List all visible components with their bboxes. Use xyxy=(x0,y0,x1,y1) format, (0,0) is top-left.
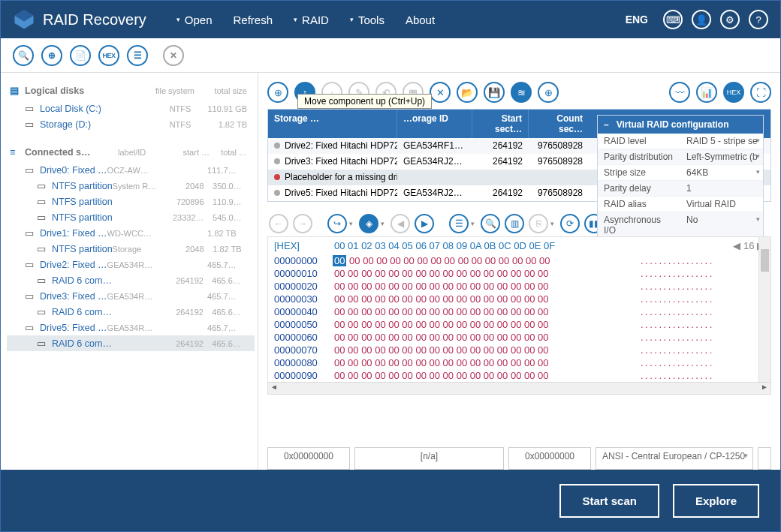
partition-icon: ▭ xyxy=(37,275,52,286)
tooltip: Move component up (Ctrl+Up) xyxy=(297,94,432,109)
drive-row[interactable]: ▭Drive2: Fixed …GEA534R…465.7… xyxy=(7,257,255,272)
layers-button[interactable]: ≋ xyxy=(511,82,532,103)
file-button[interactable]: 📄 xyxy=(70,45,91,66)
menu-about[interactable]: About xyxy=(406,14,435,26)
settings-icon[interactable]: ⚙ xyxy=(720,10,740,29)
drive-row[interactable]: ▭Drive0: Fixed …OCZ-AW…111.7… xyxy=(7,162,255,178)
hex-next-mark-button[interactable]: ▶ xyxy=(415,214,434,233)
partition-icon: ▭ xyxy=(37,180,52,191)
partition-row[interactable]: ▭NTFS partition23332…545.0… xyxy=(7,209,255,225)
partition-row[interactable]: ▭RAID 6 com…264192465.6… xyxy=(7,335,255,351)
main-menu: ▾Open Refresh ▾RAID ▾Tools About xyxy=(176,14,435,26)
disk-icon: ▭ xyxy=(25,119,40,130)
storage-icon: ≡ xyxy=(10,147,25,158)
partition-icon: ▭ xyxy=(37,196,52,207)
col-storage-id[interactable]: …orage ID xyxy=(397,110,472,138)
explore-button[interactable]: Explore xyxy=(673,484,759,518)
outer-toolbar: 🔍 ⊕ 📄 HEX ☰ ✕ xyxy=(1,38,780,73)
drive-icon: ▭ xyxy=(25,322,40,333)
status-dot-icon xyxy=(274,158,280,164)
search-button[interactable]: 🔍 xyxy=(13,45,34,66)
add-button[interactable]: ⊕ xyxy=(538,82,559,103)
drive-icon: ▭ xyxy=(25,227,40,239)
hex-na[interactable]: [n/a] xyxy=(354,447,504,470)
hex-area: ← → ↪▾ ◈▾ ◀ ▶ ☰▾ 🔍 ▥ ⎘▾ ⟳ ▮▮▾ 💾▾ [HEX] 0… xyxy=(267,211,771,443)
partition-icon: ▭ xyxy=(37,338,52,349)
col-start-sector[interactable]: Start sect… xyxy=(472,110,529,138)
col-count-sector[interactable]: Count sec… xyxy=(529,110,589,138)
partition-row[interactable]: ▭NTFS partitionStorage20481.82 TB xyxy=(7,241,255,257)
deep-search-button[interactable]: ⊕ xyxy=(41,45,62,66)
close-button[interactable]: ✕ xyxy=(163,45,184,66)
main-pane: ⊕ ↑ ↓ ✎ ↶ ▦ ✕ 📂 💾 ≋ ⊕ 〰 📊 HEX ⛶ Move com… xyxy=(258,73,780,470)
raid-config-row[interactable]: Parity distributionLeft-Symmetric (b▾ xyxy=(598,149,763,165)
app-logo-icon xyxy=(13,8,35,31)
drive-row[interactable]: ▭Drive5: Fixed …GEA534R…465.7… xyxy=(7,320,255,335)
hex-refresh-button[interactable]: ⟳ xyxy=(560,214,580,233)
open-button[interactable]: 📂 xyxy=(457,82,478,103)
titlebar: RAID Recovery ▾Open Refresh ▾RAID ▾Tools… xyxy=(1,1,780,38)
hex-goto-button[interactable]: ↪ xyxy=(327,214,347,233)
hex-row[interactable]: 0000008000 00 00 00 00 00 00 00 00 00 00… xyxy=(268,356,770,369)
delete-button[interactable]: ✕ xyxy=(430,82,451,103)
raid-config-row[interactable]: RAID aliasVirtual RAID xyxy=(598,197,763,212)
hex-row[interactable]: 0000007000 00 00 00 00 00 00 00 00 00 00… xyxy=(268,344,770,356)
help-icon[interactable]: ? xyxy=(749,10,768,29)
activity-button[interactable]: 〰 xyxy=(669,82,690,103)
hex-button[interactable]: HEX xyxy=(98,45,119,66)
list-button[interactable]: ☰ xyxy=(127,45,148,66)
user-icon[interactable]: 👤 xyxy=(692,10,711,29)
hex-row[interactable]: 0000001000 00 00 00 00 00 00 00 00 00 00… xyxy=(268,267,770,280)
start-scan-button[interactable]: Start scan xyxy=(559,484,659,518)
menu-tools[interactable]: ▾Tools xyxy=(350,14,384,26)
hex-scrollbar-horizontal[interactable]: ◄► xyxy=(268,382,770,394)
hex-scrollbar-vertical[interactable] xyxy=(758,237,770,382)
hex-extra-field[interactable] xyxy=(758,447,771,470)
expand-button[interactable]: ⛶ xyxy=(750,82,771,103)
connected-storages-header: ≡ Connected s… label/IDstart …total … xyxy=(7,143,255,162)
chart-button[interactable]: 📊 xyxy=(696,82,717,103)
keyboard-icon[interactable]: ⌨ xyxy=(663,10,683,29)
hex-layout-button[interactable]: ▥ xyxy=(505,214,524,233)
menu-raid[interactable]: ▾RAID xyxy=(294,14,329,26)
hex-row[interactable]: 0000003000 00 00 00 00 00 00 00 00 00 00… xyxy=(268,293,770,305)
raid-config-row[interactable]: Asynchronous I/ONo▾ xyxy=(598,212,763,239)
disks-icon: ▤ xyxy=(10,85,25,96)
col-storage-name[interactable]: Storage … xyxy=(268,110,397,138)
hex-row[interactable]: 0000002000 00 00 00 00 00 00 00 00 00 00… xyxy=(268,280,770,293)
menu-open[interactable]: ▾Open xyxy=(176,14,213,26)
hex-encoding-select[interactable]: ANSI - Central European / CP-1250▾ xyxy=(596,447,753,470)
partition-row[interactable]: ▭RAID 6 com…264192465.6… xyxy=(7,272,255,288)
language-selector[interactable]: ENG xyxy=(626,14,648,26)
hex-viewer[interactable]: [HEX] 00 01 02 03 04 05 06 07 08 09 0A 0… xyxy=(267,236,771,395)
logical-disk-row[interactable]: ▭Local Disk (C:)NTFS110.91 GB xyxy=(7,101,255,116)
raid-config-row[interactable]: RAID levelRAID 5 - stripe se▾ xyxy=(598,134,763,149)
hex-row[interactable]: 0000004000 00 00 00 00 00 00 00 00 00 00… xyxy=(268,305,770,318)
footer: Start scan Explore xyxy=(1,470,780,531)
partition-icon: ▭ xyxy=(37,306,52,317)
raid-config-row[interactable]: Stripe size64KB▾ xyxy=(598,165,763,181)
save-button[interactable]: 💾 xyxy=(484,82,505,103)
hex-search-button[interactable]: 🔍 xyxy=(481,214,500,233)
drive-row[interactable]: ▭Drive1: Fixed …WD-WCC…1.82 TB xyxy=(7,225,255,241)
hex-row[interactable]: 0000000000 00 00 00 00 00 00 00 00 00 00… xyxy=(268,254,770,267)
hex-row[interactable]: 0000009000 00 00 00 00 00 00 00 00 00 00… xyxy=(268,369,770,382)
drive-icon: ▭ xyxy=(25,164,40,176)
hex-bookmark-button[interactable]: ◈ xyxy=(359,214,378,233)
hex-row[interactable]: 0000005000 00 00 00 00 00 00 00 00 00 00… xyxy=(268,318,770,331)
logical-disks-header: ▤ Logical disks file systemtotal size xyxy=(7,80,255,101)
hex-addr2[interactable]: 0x00000000 xyxy=(508,447,591,470)
raid-config-row[interactable]: Parity delay1 xyxy=(598,181,763,197)
hex-list-button[interactable]: ☰ xyxy=(449,214,469,233)
add-component-button[interactable]: ⊕ xyxy=(267,82,288,103)
logical-disk-row[interactable]: ▭Storage (D:)NTFS1.82 TB xyxy=(7,116,255,132)
partition-row[interactable]: ▭RAID 6 com…264192465.6… xyxy=(7,304,255,320)
partition-row[interactable]: ▭NTFS partition720896110.9… xyxy=(7,194,255,209)
hex-view-button[interactable]: HEX xyxy=(723,82,744,103)
hex-row[interactable]: 0000006000 00 00 00 00 00 00 00 00 00 00… xyxy=(268,331,770,344)
drive-row[interactable]: ▭Drive3: Fixed …GEA534R…465.7… xyxy=(7,288,255,304)
raid-toolbar: ⊕ ↑ ↓ ✎ ↶ ▦ ✕ 📂 💾 ≋ ⊕ 〰 📊 HEX ⛶ Move com… xyxy=(258,79,780,106)
hex-addr1[interactable]: 0x00000000 xyxy=(267,447,350,470)
partition-row[interactable]: ▭NTFS partitionSystem R…2048350.0… xyxy=(7,178,255,194)
menu-refresh[interactable]: Refresh xyxy=(234,14,273,26)
